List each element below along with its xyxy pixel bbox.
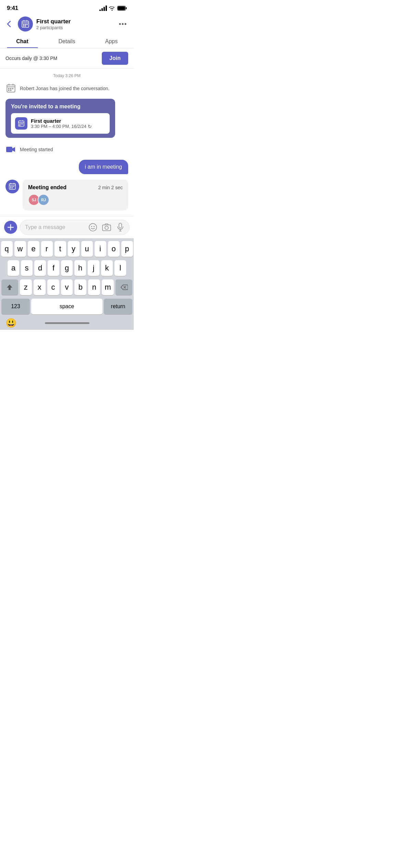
svg-rect-8 <box>25 25 26 26</box>
signal-bars-icon <box>99 5 107 11</box>
emoji-face-button[interactable]: 😃 <box>5 318 16 328</box>
system-join-text: Robert Jonas has joined the conversation… <box>20 86 110 91</box>
svg-rect-16 <box>8 90 9 91</box>
key-c[interactable]: c <box>47 279 59 295</box>
key-j[interactable]: j <box>88 260 99 276</box>
tab-details[interactable]: Details <box>45 34 89 48</box>
header-subtitle: 2 participants <box>36 25 114 30</box>
key-l[interactable]: l <box>114 260 126 276</box>
svg-rect-29 <box>12 188 13 189</box>
delete-key[interactable] <box>116 279 132 295</box>
svg-rect-14 <box>10 88 12 89</box>
tab-bar: Chat Details Apps <box>0 34 134 48</box>
key-o[interactable]: o <box>108 241 120 257</box>
key-m[interactable]: m <box>102 279 114 295</box>
svg-rect-6 <box>26 24 27 25</box>
participant-rj: RJ <box>38 194 49 206</box>
video-icon <box>5 144 16 155</box>
svg-rect-13 <box>8 88 9 89</box>
meeting-participants: SJ RJ <box>28 194 123 206</box>
space-key[interactable]: space <box>31 299 102 314</box>
meeting-started-text: Meeting started <box>20 147 53 152</box>
svg-point-31 <box>91 226 92 227</box>
input-actions <box>88 222 126 232</box>
key-i[interactable]: i <box>95 241 106 257</box>
key-t[interactable]: t <box>54 241 66 257</box>
keyboard-bottom-row: 123 space return <box>1 299 132 314</box>
svg-rect-28 <box>10 188 11 189</box>
svg-rect-4 <box>23 24 24 25</box>
key-k[interactable]: k <box>101 260 113 276</box>
emoji-bar: 😃 <box>0 316 134 330</box>
svg-rect-27 <box>13 186 14 187</box>
svg-point-32 <box>94 226 95 227</box>
key-w[interactable]: w <box>14 241 26 257</box>
svg-point-30 <box>89 224 97 231</box>
camera-button[interactable] <box>102 222 111 232</box>
key-y[interactable]: y <box>68 241 80 257</box>
invite-inner-calendar-icon <box>15 117 27 130</box>
outgoing-bubble: i am in meeting <box>79 160 129 174</box>
header: First quarter 2 participants <box>0 14 134 34</box>
invite-meeting-info: First quarter 3:30 PM – 4:00 PM, 16/2/24… <box>31 118 92 129</box>
back-button[interactable] <box>3 19 14 29</box>
join-banner: Occurs daily @ 3:30 PM Join <box>0 48 134 69</box>
meeting-ended-title: Meeting ended <box>28 184 66 191</box>
meeting-started-message: Meeting started <box>0 141 134 158</box>
meeting-ended-duration: 2 min 2 sec <box>98 185 123 190</box>
svg-rect-23 <box>6 147 12 152</box>
invite-card-wrapper: You're invited to a meeting First quarte… <box>0 96 134 141</box>
microphone-button[interactable] <box>116 222 125 232</box>
key-u[interactable]: u <box>81 241 93 257</box>
svg-point-10 <box>122 23 124 25</box>
shift-key[interactable] <box>1 279 18 295</box>
tab-chat[interactable]: Chat <box>0 34 45 48</box>
join-banner-text: Occurs daily @ 3:30 PM <box>5 56 57 61</box>
key-q[interactable]: q <box>1 241 13 257</box>
svg-rect-21 <box>22 123 23 124</box>
key-g[interactable]: g <box>61 260 73 276</box>
chat-area: Today 3:26 PM Robert Jonas has joined th… <box>0 69 134 216</box>
invite-card: You're invited to a meeting First quarte… <box>5 99 115 138</box>
return-key[interactable]: return <box>104 299 132 314</box>
key-d[interactable]: d <box>34 260 46 276</box>
emoji-button[interactable] <box>88 222 98 232</box>
invite-meeting-time: 3:30 PM – 4:00 PM, 16/2/24 ↻ <box>31 124 92 129</box>
number-key[interactable]: 123 <box>1 299 30 314</box>
key-z[interactable]: z <box>20 279 32 295</box>
join-button[interactable]: Join <box>102 52 128 65</box>
svg-rect-17 <box>10 90 12 91</box>
key-e[interactable]: e <box>28 241 39 257</box>
battery-icon <box>117 6 127 11</box>
status-time: 9:41 <box>7 5 18 12</box>
key-b[interactable]: b <box>74 279 86 295</box>
key-a[interactable]: a <box>8 260 19 276</box>
key-x[interactable]: x <box>34 279 46 295</box>
wifi-icon <box>109 6 115 11</box>
message-input-box[interactable]: Type a message <box>20 220 130 235</box>
tab-apps[interactable]: Apps <box>89 34 134 48</box>
more-button[interactable] <box>117 19 128 29</box>
meeting-ended-card: Meeting ended 2 min 2 sec SJ RJ <box>23 180 128 210</box>
svg-rect-5 <box>25 24 26 25</box>
header-info: First quarter 2 participants <box>36 18 114 30</box>
meeting-ended-avatar <box>5 180 19 193</box>
svg-point-34 <box>105 226 108 230</box>
system-join-message: Robert Jonas has joined the conversation… <box>0 81 134 96</box>
key-r[interactable]: r <box>41 241 53 257</box>
svg-rect-2 <box>118 7 125 10</box>
key-f[interactable]: f <box>48 260 59 276</box>
repeat-icon: ↻ <box>88 124 92 129</box>
meeting-ended-row: Meeting ended 2 min 2 sec SJ RJ <box>0 177 134 213</box>
invite-card-inner: First quarter 3:30 PM – 4:00 PM, 16/2/24… <box>11 113 110 134</box>
keyboard-row-2: a s d f g h j k l <box>1 260 132 276</box>
key-v[interactable]: v <box>61 279 73 295</box>
key-s[interactable]: s <box>21 260 33 276</box>
key-p[interactable]: p <box>121 241 133 257</box>
svg-rect-15 <box>12 88 14 89</box>
key-h[interactable]: h <box>74 260 86 276</box>
message-placeholder: Type a message <box>25 224 88 230</box>
attachment-button[interactable] <box>4 221 17 234</box>
svg-rect-19 <box>20 123 21 124</box>
key-n[interactable]: n <box>88 279 100 295</box>
